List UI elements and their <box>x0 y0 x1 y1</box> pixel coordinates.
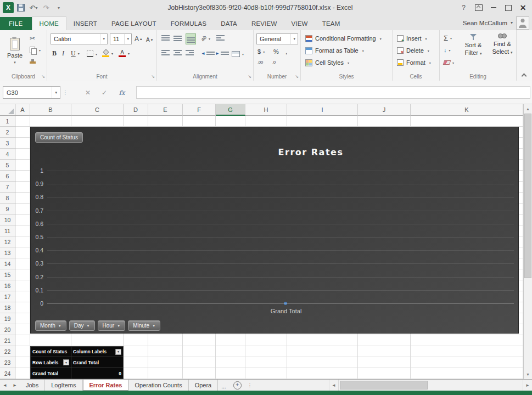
row-header-6[interactable]: 6 <box>0 171 15 182</box>
dialog-launcher-icon[interactable]: ↘ <box>41 75 45 79</box>
enter-button[interactable]: ✓ <box>98 86 111 99</box>
pivot-cell[interactable]: Grand Total <box>71 357 124 368</box>
chart-title[interactable]: Error Rates <box>278 147 344 157</box>
insert-function-button[interactable]: fx <box>115 86 128 99</box>
chart-axis-field-button-hour[interactable]: Hour▼ <box>98 320 126 331</box>
underline-button[interactable]: U▾ <box>71 49 80 58</box>
dropdown-arrow-icon[interactable]: ▾ <box>124 34 131 44</box>
format-as-table-button[interactable]: Format as Table▾ <box>305 46 364 55</box>
row-header-10[interactable]: 10 <box>0 215 15 225</box>
row-header-9[interactable]: 9 <box>0 204 15 215</box>
row-header-3[interactable]: 3 <box>0 138 15 149</box>
dropdown-arrow-icon[interactable]: ▾ <box>100 34 107 44</box>
row-header-16[interactable]: 16 <box>0 280 15 291</box>
borders-button[interactable]: ▾ <box>87 49 97 58</box>
undo-button[interactable]: ↶▾ <box>28 2 39 13</box>
column-header-e[interactable]: E <box>148 104 183 116</box>
dialog-launcher-icon[interactable]: ↘ <box>151 75 155 79</box>
row-header-2[interactable]: 2 <box>0 127 15 138</box>
column-header-b[interactable]: B <box>30 104 71 116</box>
row-header-7[interactable]: 7 <box>0 182 15 193</box>
select-all-corner[interactable] <box>0 104 15 116</box>
redo-button[interactable]: ↷ <box>41 2 52 13</box>
row-header-1[interactable]: 1 <box>0 116 15 127</box>
decrease-decimal-button[interactable]: .0 <box>272 58 276 66</box>
ribbon-tab-view[interactable]: VIEW <box>284 17 315 30</box>
decrease-font-size-button[interactable]: A▾ <box>146 36 153 44</box>
increase-font-size-button[interactable]: A▴ <box>135 35 142 43</box>
align-middle-button[interactable] <box>173 34 182 43</box>
decrease-indent-button[interactable]: ◄ <box>201 49 215 58</box>
scroll-right-icon[interactable]: ► <box>523 380 532 391</box>
row-header-22[interactable]: 22 <box>0 346 15 357</box>
column-header-j[interactable]: J <box>358 104 411 116</box>
orientation-button[interactable]: ab▾ <box>201 34 210 43</box>
minimize-button[interactable] <box>486 2 501 14</box>
column-header-c[interactable]: C <box>71 104 124 116</box>
row-header-11[interactable]: 11 <box>0 225 15 236</box>
chart-axis-field-button-minute[interactable]: Minute▼ <box>128 320 160 331</box>
maximize-button[interactable] <box>501 2 516 14</box>
row-header-4[interactable]: 4 <box>0 149 15 160</box>
font-size-combo[interactable]: 11 ▾ <box>110 33 132 44</box>
ribbon-tab-page-layout[interactable]: PAGE LAYOUT <box>104 17 164 30</box>
dialog-launcher-icon[interactable]: ↘ <box>295 75 299 79</box>
wrap-text-button[interactable] <box>216 34 225 43</box>
account-area[interactable]: Sean McCallum ▾ <box>463 15 532 30</box>
cell-styles-button[interactable]: Cell Styles▾ <box>305 58 349 67</box>
vertical-scrollbar[interactable]: ▲ ▼ <box>523 104 532 379</box>
number-format-combo[interactable]: General ▾ <box>256 33 298 44</box>
close-button[interactable]: ✕ <box>516 2 530 14</box>
row-header-19[interactable]: 19 <box>0 313 15 324</box>
delete-cells-button[interactable]: ✕Delete▾ <box>397 46 429 55</box>
row-header-5[interactable]: 5 <box>0 160 15 171</box>
paste-button[interactable]: Paste ▾ <box>3 33 27 69</box>
dropdown-icon[interactable]: ▼ <box>63 359 69 365</box>
comma-style-button[interactable]: , <box>285 47 287 56</box>
clear-button[interactable]: ▾ <box>444 58 454 67</box>
row-header-17[interactable]: 17 <box>0 291 15 302</box>
help-button[interactable]: ? <box>456 2 471 14</box>
sheet-nav-next-button[interactable]: ► <box>10 380 20 391</box>
row-header-8[interactable]: 8 <box>0 193 15 204</box>
column-header-h[interactable]: H <box>245 104 287 116</box>
merge-center-button[interactable]: ▾ <box>232 49 244 58</box>
pivot-cell[interactable]: Grand Total <box>30 368 71 379</box>
conditional-formatting-button[interactable]: Conditional Formatting▾ <box>305 33 382 43</box>
chart-axis-field-button-day[interactable]: Day▼ <box>69 320 95 331</box>
row-header-12[interactable]: 12 <box>0 236 15 247</box>
new-sheet-button[interactable]: + <box>229 380 245 391</box>
column-header-f[interactable]: F <box>183 104 216 116</box>
vertical-scroll-thumb[interactable] <box>524 114 531 278</box>
sort-filter-button[interactable]: Sort & Filter ▾ <box>458 33 488 57</box>
save-button[interactable] <box>15 2 26 13</box>
collapse-ribbon-icon[interactable] <box>522 73 527 77</box>
dropdown-arrow-icon[interactable]: ▾ <box>35 5 37 10</box>
customize-qat-button[interactable]: ▾ <box>53 2 64 13</box>
font-name-combo[interactable]: Calibri ▾ <box>51 33 108 44</box>
ribbon-tab-team[interactable]: TEAM <box>315 17 348 30</box>
increase-indent-button[interactable]: ► <box>215 49 229 58</box>
sheet-tab-logitems[interactable]: LogItems <box>45 380 82 391</box>
dialog-launcher-icon[interactable]: ↘ <box>248 75 251 79</box>
percent-style-button[interactable]: % <box>273 47 279 56</box>
accounting-format-button[interactable]: $▾ <box>257 47 265 56</box>
pivot-chart[interactable]: Count of Status Error Rates 10.90.80.70.… <box>30 127 519 334</box>
row-header-23[interactable]: 23 <box>0 357 15 368</box>
avatar[interactable] <box>516 16 529 30</box>
ribbon-tab-data[interactable]: DATA <box>214 17 244 30</box>
ribbon-tab-formulas[interactable]: FORMULAS <box>164 17 214 30</box>
ribbon-tab-home[interactable]: HOME <box>32 16 66 30</box>
dropdown-arrow-icon[interactable]: ▾ <box>290 34 298 44</box>
scroll-left-icon[interactable]: ◄ <box>329 380 338 391</box>
sheet-tab-error-rates[interactable]: Error Rates <box>83 380 129 391</box>
align-top-button[interactable] <box>161 34 170 43</box>
column-header-g[interactable]: G <box>216 104 245 116</box>
column-header-i[interactable]: I <box>287 104 358 116</box>
pivot-cell[interactable]: 0 <box>71 368 124 379</box>
sheet-tab-jobs[interactable]: Jobs <box>20 380 45 391</box>
pivot-table[interactable]: Count of StatusColumn Labels▼Row Labels▼… <box>30 346 124 379</box>
pivot-cell[interactable]: Count of Status <box>30 346 71 357</box>
horizontal-scroll-track[interactable] <box>338 380 523 391</box>
name-box[interactable]: G30 ▾ <box>3 86 60 99</box>
